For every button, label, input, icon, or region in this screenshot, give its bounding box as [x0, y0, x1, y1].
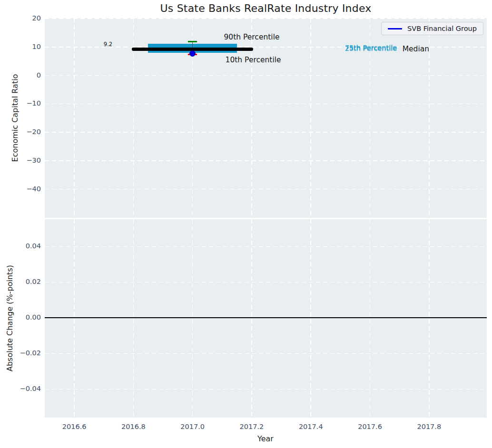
gridline-horizontal: [45, 246, 487, 247]
y-tick-label: 0.04: [16, 242, 41, 250]
gridline-horizontal: [45, 160, 487, 161]
figure: Us State Banks RealRate Industry Index 9…: [0, 0, 492, 448]
y-axis-label-economic-capital-ratio: Economic Capital Ratio: [10, 74, 20, 162]
x-tick-label: 2016.6: [58, 423, 91, 430]
panel-economic-capital-ratio: 9.290th Percentile10th Percentile75th Pe…: [45, 18, 487, 218]
gridline-vertical: [133, 219, 134, 418]
chart-title: Us State Banks RealRate Industry Index: [45, 2, 487, 14]
gridline-vertical: [74, 18, 75, 218]
y-tick-label: 0.00: [16, 313, 41, 321]
gridline-horizontal: [45, 389, 487, 390]
y-tick-label: 10: [16, 43, 41, 50]
annotation: 10th Percentile: [226, 56, 281, 64]
gridline-vertical: [74, 219, 75, 418]
x-axis-label-year: Year: [257, 434, 274, 443]
x-tick-label: 2017.8: [413, 423, 446, 430]
y-tick-label: −10: [16, 99, 41, 107]
gridline-horizontal: [45, 104, 487, 105]
gridline-horizontal: [45, 75, 487, 76]
x-tick-label: 2017.0: [176, 423, 209, 430]
gridline-horizontal: [45, 189, 487, 190]
x-tick-label: 2017.6: [354, 423, 387, 430]
gridline-vertical: [429, 219, 430, 418]
y-tick-label: 0: [16, 71, 41, 79]
gridline-vertical: [370, 219, 371, 418]
legend-label: SVB Financial Group: [407, 25, 477, 32]
y-tick-label: −20: [16, 128, 41, 136]
gridline-horizontal: [45, 282, 487, 283]
panel-absolute-change: [45, 219, 487, 418]
y-tick-label: −30: [16, 156, 41, 164]
y-tick-label: 0.02: [16, 278, 41, 285]
annotation: 25th Percentile: [345, 45, 397, 52]
x-tick-label: 2017.4: [294, 423, 327, 430]
svb-point: [189, 50, 196, 57]
x-tick-label: 2016.8: [117, 423, 150, 430]
gridline-horizontal: [45, 353, 487, 354]
zero-reference-line: [45, 317, 487, 318]
gridline-vertical: [310, 219, 311, 418]
y-tick-label: −40: [16, 185, 41, 193]
gridline-vertical: [310, 18, 311, 218]
gridline-horizontal: [45, 132, 487, 133]
gridline-vertical: [192, 219, 193, 418]
legend-line-sample: [388, 28, 402, 29]
y-tick-label: −0.02: [16, 349, 41, 357]
y-tick-label: −0.04: [16, 385, 41, 392]
annotation: Median: [403, 45, 429, 53]
y-axis-label-absolute-change: Absolute Change (%-points): [5, 265, 14, 371]
p90-cap: [188, 41, 197, 42]
legend: SVB Financial Group: [381, 22, 483, 35]
gridline-horizontal: [45, 18, 487, 19]
annotation: 9.2: [104, 41, 112, 48]
y-tick-label: 20: [16, 14, 41, 22]
x-tick-label: 2017.2: [235, 423, 268, 430]
gridline-vertical: [251, 219, 252, 418]
annotation: 90th Percentile: [224, 33, 279, 41]
